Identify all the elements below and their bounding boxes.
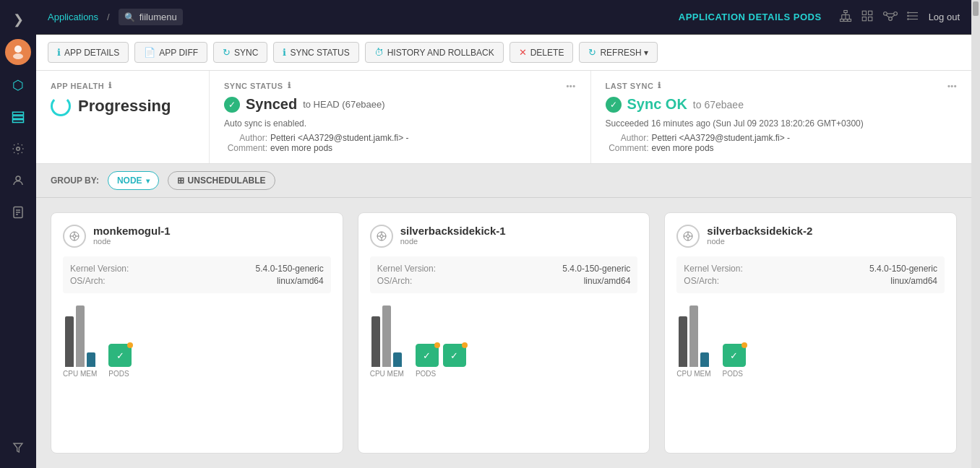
sidebar-item-user[interactable]: [4, 166, 33, 195]
svg-point-5: [17, 147, 20, 151]
node1-kernel-label: Kernel Version:: [70, 264, 129, 274]
svg-rect-13: [840, 19, 843, 21]
sync-button[interactable]: ↻ SYNC: [213, 42, 267, 63]
status-panels: APP HEALTH ℹ Progressing SYNC STATUS ℹ •…: [36, 71, 971, 164]
node3-pod-1[interactable]: ✓: [723, 344, 746, 367]
node3-icon: [676, 225, 700, 248]
network-view-icon[interactable]: [882, 9, 898, 25]
svg-rect-4: [13, 120, 24, 123]
sync-author-value: Petteri <AA3729@student.jamk.fi> -: [270, 133, 409, 143]
groupby-unschedulable-tag[interactable]: ⊞ UNSCHEDULABLE: [168, 171, 275, 190]
node1-bar-container: [65, 302, 95, 367]
last-sync-comment-value: even more pods: [652, 143, 714, 153]
grid-view-icon[interactable]: [861, 9, 874, 25]
last-sync-menu[interactable]: •••: [947, 82, 957, 90]
groupby-node-tag[interactable]: NODE ▾: [108, 171, 159, 190]
sidebar-collapse-btn[interactable]: ❯: [7, 6, 30, 33]
sidebar-item-docs[interactable]: [4, 198, 33, 227]
node1-cpu-mem-label: CPU MEM: [63, 370, 97, 378]
last-sync-time: Succeeded 16 minutes ago (Sun Jul 09 202…: [606, 118, 958, 129]
svg-rect-2: [13, 112, 24, 115]
sync-auto-enabled: Auto sync is enabled.: [224, 118, 576, 129]
groupby-bar: GROUP BY: NODE ▾ ⊞ UNSCHEDULABLE: [36, 164, 971, 198]
node1-dark-bar: [87, 352, 95, 367]
sync-check-icon: ✓: [224, 97, 240, 113]
node1-pods-grid: ✓: [108, 302, 132, 367]
node2-kernel-label: Kernel Version:: [377, 264, 436, 274]
svg-rect-14: [843, 19, 847, 21]
node2-arch-value: linux/amd64: [584, 276, 631, 286]
toolbar: ℹ APP DETAILS 📄 APP DIFF ↻ SYNC ℹ SYNC S…: [36, 35, 971, 71]
node1-pod-1[interactable]: ✓: [108, 344, 132, 367]
sync-status-button[interactable]: ℹ SYNC STATUS: [273, 42, 358, 63]
node3-cpu-mem-label: CPU MEM: [676, 370, 710, 378]
node2-pod-1[interactable]: ✓: [416, 344, 439, 367]
tree-view-icon[interactable]: [839, 9, 852, 25]
svg-point-1: [13, 53, 23, 59]
sidebar-item-layers[interactable]: [4, 103, 33, 131]
node2-mem-bar: [382, 306, 391, 367]
svg-point-34: [907, 12, 908, 13]
delete-button[interactable]: ✕ DELETE: [510, 42, 574, 63]
groupby-unschedulable-label: UNSCHEDULABLE: [188, 176, 266, 186]
app-health-header: APP HEALTH: [51, 82, 104, 90]
node1-mem-bar: [76, 306, 85, 367]
search-icon: 🔍: [124, 12, 135, 22]
app-diff-icon: 📄: [144, 47, 155, 58]
node2-cpu-bar: [371, 316, 380, 367]
health-status: Progressing: [51, 96, 194, 116]
svg-rect-21: [862, 11, 866, 14]
node3-arch-label: OS/Arch:: [684, 276, 719, 286]
node3-dark-bar: [700, 352, 709, 367]
last-sync-main: ✓ Sync OK to 67ebaee: [606, 96, 958, 113]
node-card-1: monkemogul-1 node Kernel Version: 5.4.0-…: [51, 212, 343, 454]
sync-status-menu[interactable]: •••: [566, 82, 575, 90]
node-card-3: silverbacksidekick-2 node Kernel Version…: [664, 212, 957, 454]
logout-button[interactable]: Log out: [929, 12, 960, 22]
svg-point-6: [16, 176, 20, 181]
groupby-label: GROUP BY:: [51, 176, 99, 186]
sync-author-label: Author:: [224, 133, 267, 143]
list-view-icon[interactable]: [907, 9, 920, 25]
node1-arch-value: linux/amd64: [277, 276, 324, 286]
app-details-button[interactable]: ℹ APP DETAILS: [48, 42, 129, 63]
refresh-icon: ↻: [588, 47, 596, 58]
svg-rect-23: [862, 17, 866, 20]
app-diff-button[interactable]: 📄 APP DIFF: [134, 42, 207, 63]
last-sync-info-icon: ℹ: [658, 81, 661, 90]
topbar-view-icons: Log out: [839, 9, 960, 25]
refresh-button[interactable]: ↻ REFRESH ▾: [579, 42, 658, 63]
sidebar-item-filter[interactable]: [4, 433, 33, 462]
node1-cpu-bar: [65, 316, 74, 367]
scrollbar[interactable]: [971, 0, 980, 468]
last-sync-header: LAST SYNC: [606, 82, 654, 90]
sidebar-item-home[interactable]: ⬡: [4, 71, 33, 100]
history-button[interactable]: ⏱ HISTORY AND ROLLBACK: [365, 42, 504, 63]
sync-comment-value: even more pods: [270, 143, 332, 153]
node2-pod-2[interactable]: ✓: [443, 344, 466, 367]
svg-point-0: [14, 46, 22, 53]
app-health-info-icon: ℹ: [108, 81, 112, 90]
delete-label: DELETE: [530, 48, 564, 58]
node2-cpu-mem-label: CPU MEM: [370, 370, 404, 378]
app-details-label: APP DETAILS: [64, 48, 119, 58]
node2-bar-container: [371, 302, 402, 367]
node3-bar-container: [679, 302, 709, 367]
app-search-box[interactable]: 🔍 fiilumenu: [119, 9, 183, 25]
sidebar-item-settings[interactable]: [4, 134, 33, 163]
health-spinner: [51, 96, 71, 116]
refresh-label: REFRESH ▾: [600, 48, 648, 58]
node1-icon: [63, 225, 86, 248]
node3-cpu-bar: [679, 316, 687, 367]
node1-name: monkemogul-1: [93, 225, 171, 237]
sync-title: Synced: [246, 96, 297, 113]
node1-type: node: [93, 237, 171, 246]
node2-kernel-value: 5.4.0-150-generic: [562, 264, 630, 274]
sync-meta: Author: Petteri <AA3729@student.jamk.fi>…: [224, 133, 576, 153]
history-label: HISTORY AND ROLLBACK: [387, 48, 494, 58]
svg-rect-3: [13, 116, 24, 119]
breadcrumb-applications[interactable]: Applications: [48, 12, 98, 22]
node1-charts: CPU MEM ✓ PODS: [63, 302, 331, 378]
topbar: Applications / 🔍 fiilumenu APPLICATION D…: [36, 0, 971, 35]
last-sync-author-value: Petteri <AA3729@student.jamk.fi> -: [652, 133, 791, 143]
